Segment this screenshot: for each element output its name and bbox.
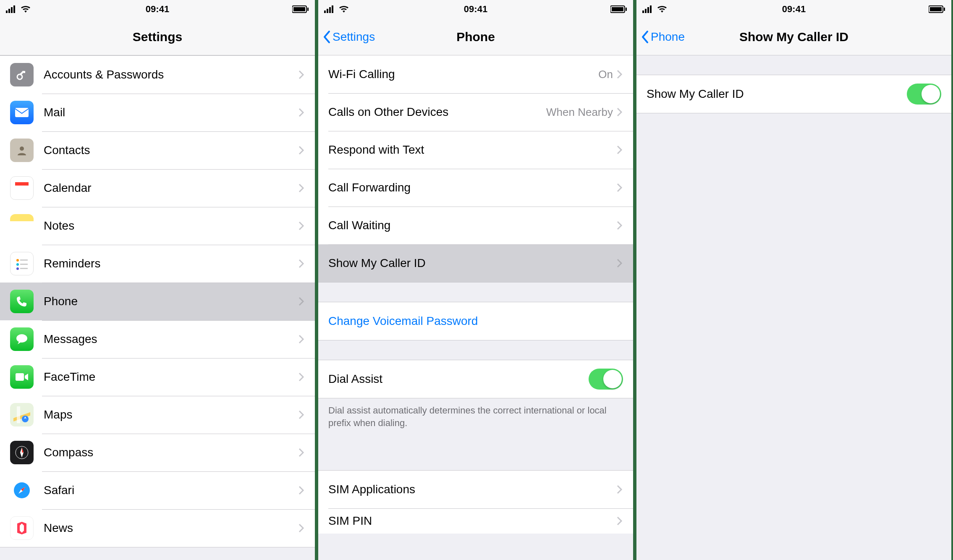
svg-rect-26 [329, 7, 331, 13]
caller-id-toggle[interactable] [907, 84, 941, 105]
notes-icon [10, 214, 34, 238]
row-call-waiting[interactable]: Call Waiting [318, 207, 633, 244]
svg-rect-27 [332, 5, 333, 13]
screen-caller-id: 09:41 Phone Show My Caller ID Show My Ca… [636, 0, 951, 560]
row-label: Contacts [44, 144, 90, 157]
row-show-my-caller-id[interactable]: Show My Caller ID [318, 244, 633, 282]
chevron-right-icon [298, 296, 305, 306]
row-label: Reminders [44, 257, 100, 270]
svg-rect-12 [15, 182, 29, 186]
reminders-icon [10, 252, 34, 275]
row-messages[interactable]: Messages [0, 320, 315, 358]
row-label: Maps [44, 408, 72, 421]
nav-bar: Settings [0, 18, 315, 55]
row-sim-pin[interactable]: SIM PIN [318, 508, 633, 534]
row-wifi-calling[interactable]: Wi-Fi Calling On [318, 55, 633, 93]
row-accounts-passwords[interactable]: Accounts & Passwords [0, 56, 315, 94]
svg-point-17 [16, 267, 19, 270]
battery-icon [929, 5, 945, 13]
chevron-right-icon [298, 107, 305, 118]
row-label: Call Waiting [328, 219, 390, 232]
nav-bar: Phone Show My Caller ID [636, 18, 951, 55]
chevron-right-icon [616, 484, 623, 495]
back-label: Settings [333, 30, 375, 44]
row-label: Dial Assist [328, 372, 382, 386]
svg-rect-9 [24, 71, 25, 73]
row-show-my-caller-id-toggle[interactable]: Show My Caller ID [636, 75, 951, 113]
row-change-voicemail-password[interactable]: Change Voicemail Password [318, 302, 633, 340]
row-label: Calendar [44, 181, 92, 195]
svg-rect-5 [293, 7, 305, 11]
settings-list: Accounts & Passwords Mail Contacts Calen… [0, 55, 315, 547]
row-news[interactable]: News [0, 509, 315, 547]
screen-phone: 09:41 Settings Phone Wi-Fi Calling On [318, 0, 633, 560]
row-maps[interactable]: Maps [0, 396, 315, 434]
row-reminders[interactable]: Reminders [0, 245, 315, 283]
calendar-icon [10, 176, 34, 200]
chevron-right-icon [298, 70, 305, 80]
row-label: News [44, 521, 73, 535]
row-label: Compass [44, 446, 93, 459]
row-label: SIM PIN [328, 514, 372, 528]
row-respond-with-text[interactable]: Respond with Text [318, 131, 633, 169]
svg-point-19 [16, 334, 27, 343]
row-label: Accounts & Passwords [44, 68, 164, 81]
dial-assist-toggle[interactable] [589, 369, 623, 390]
chevron-right-icon [298, 145, 305, 155]
chevron-right-icon [616, 145, 623, 155]
svg-rect-34 [650, 5, 652, 13]
row-label: Respond with Text [328, 143, 424, 157]
phone-list: Wi-Fi Calling On Calls on Other Devices … [318, 55, 633, 534]
row-contacts[interactable]: Contacts [0, 131, 315, 169]
status-time: 09:41 [318, 4, 633, 15]
maps-icon [10, 403, 34, 427]
row-label: Phone [44, 295, 78, 308]
mail-icon [10, 101, 34, 124]
battery-icon [292, 5, 309, 13]
signal-icon [642, 5, 654, 13]
svg-rect-1 [8, 9, 10, 13]
back-button[interactable]: Phone [641, 18, 685, 55]
svg-rect-10 [15, 108, 29, 117]
chevron-right-icon [616, 220, 623, 230]
chevron-right-icon [298, 183, 305, 193]
row-value: On [598, 68, 616, 81]
row-safari[interactable]: Safari [0, 471, 315, 509]
back-label: Phone [651, 30, 685, 44]
dial-assist-note: Dial assist automatically determines the… [318, 398, 633, 432]
caller-id-list: Show My Caller ID [636, 55, 951, 113]
safari-icon [10, 479, 34, 502]
svg-rect-2 [11, 7, 13, 13]
chevron-right-icon [298, 221, 305, 231]
row-compass[interactable]: Compass [0, 434, 315, 471]
compass-icon [10, 441, 34, 464]
chevron-right-icon [616, 183, 623, 193]
row-label: Show My Caller ID [647, 87, 744, 101]
svg-rect-0 [6, 10, 8, 13]
row-mail[interactable]: Mail [0, 94, 315, 131]
row-dial-assist[interactable]: Dial Assist [318, 360, 633, 398]
svg-rect-29 [612, 7, 623, 11]
svg-rect-25 [327, 9, 328, 13]
row-calendar[interactable]: Calendar [0, 169, 315, 207]
nav-title: Show My Caller ID [739, 30, 848, 44]
row-notes[interactable]: Notes [0, 207, 315, 245]
row-label: Call Forwarding [328, 181, 411, 194]
chevron-right-icon [298, 334, 305, 344]
status-bar: 09:41 [636, 0, 951, 18]
row-sim-applications[interactable]: SIM Applications [318, 471, 633, 508]
svg-rect-33 [647, 7, 649, 13]
svg-point-11 [20, 147, 24, 151]
row-label: Safari [44, 484, 74, 497]
row-phone[interactable]: Phone [0, 283, 315, 320]
svg-point-15 [16, 263, 19, 266]
news-icon [10, 516, 34, 540]
chevron-right-icon [298, 485, 305, 495]
chevron-right-icon [298, 523, 305, 533]
back-button[interactable]: Settings [322, 18, 375, 55]
row-call-forwarding[interactable]: Call Forwarding [318, 169, 633, 207]
row-facetime[interactable]: FaceTime [0, 358, 315, 396]
chevron-right-icon [616, 107, 623, 117]
row-calls-other-devices[interactable]: Calls on Other Devices When Nearby [318, 93, 633, 131]
row-label: Messages [44, 332, 97, 346]
